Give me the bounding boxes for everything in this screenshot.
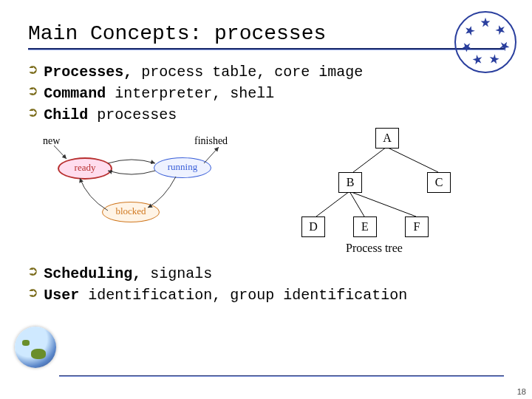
slide-title: Main Concepts: processes bbox=[28, 22, 504, 45]
page-number: 18 bbox=[517, 387, 526, 396]
bullet-list: ➲ Processes, process table, core image ➲… bbox=[28, 64, 504, 123]
bullet-lead: Scheduling, bbox=[44, 265, 141, 282]
bullet-item: ➲ User identification, group identificat… bbox=[28, 287, 504, 304]
bullet-lead: User bbox=[44, 287, 79, 304]
svg-line-4 bbox=[353, 147, 386, 172]
eu-stars-logo bbox=[454, 10, 517, 74]
bullet-item: ➲ Scheduling, signals bbox=[28, 265, 504, 282]
label-new: new bbox=[43, 135, 60, 147]
svg-line-5 bbox=[386, 147, 438, 172]
tree-node: A bbox=[375, 128, 399, 149]
globe-icon bbox=[15, 327, 56, 368]
bullet-rest: process table, core image bbox=[132, 64, 363, 81]
bullet-marker-icon: ➲ bbox=[28, 106, 38, 123]
title-divider bbox=[28, 48, 504, 50]
bullet-list-lower: ➲ Scheduling, signals ➲ User identificat… bbox=[28, 265, 504, 304]
process-tree-diagram: A B C D E F Process tree bbox=[279, 128, 494, 261]
bullet-lead: Processes, bbox=[44, 64, 132, 81]
label-finished: finished bbox=[194, 135, 228, 147]
bullet-marker-icon: ➲ bbox=[28, 265, 38, 282]
bullet-lead: Child bbox=[44, 106, 88, 123]
process-state-diagram: new finished ready running blocked bbox=[28, 128, 279, 239]
state-blocked: blocked bbox=[102, 202, 160, 222]
bullet-marker-icon: ➲ bbox=[28, 287, 38, 303]
tree-node: E bbox=[353, 216, 377, 237]
bullet-lead: Command bbox=[44, 85, 106, 102]
tree-node: D bbox=[301, 216, 325, 237]
tree-node: F bbox=[405, 216, 429, 237]
bullet-rest: signals bbox=[141, 265, 212, 282]
bullet-rest: identification, group identification bbox=[79, 287, 407, 304]
svg-marker-1 bbox=[481, 18, 491, 27]
bullet-item: ➲ Child processes bbox=[28, 106, 504, 123]
state-transitions bbox=[28, 128, 279, 239]
tree-node: C bbox=[427, 172, 451, 193]
bullet-marker-icon: ➲ bbox=[28, 85, 38, 101]
tree-node: B bbox=[338, 172, 362, 193]
bullet-rest: processes bbox=[88, 106, 177, 123]
bullet-item: ➲ Command interpreter, shell bbox=[28, 85, 504, 102]
bullet-item: ➲ Processes, process table, core image bbox=[28, 64, 504, 81]
svg-line-6 bbox=[316, 191, 349, 216]
svg-line-7 bbox=[349, 191, 364, 216]
svg-line-3 bbox=[204, 147, 219, 163]
bullet-rest: interpreter, shell bbox=[106, 85, 274, 102]
bullet-marker-icon: ➲ bbox=[28, 64, 38, 80]
svg-line-2 bbox=[54, 146, 66, 159]
state-running: running bbox=[154, 157, 211, 178]
footer-divider bbox=[59, 375, 504, 377]
tree-caption: Process tree bbox=[346, 242, 403, 255]
svg-line-8 bbox=[349, 191, 416, 216]
state-ready: ready bbox=[58, 157, 112, 180]
